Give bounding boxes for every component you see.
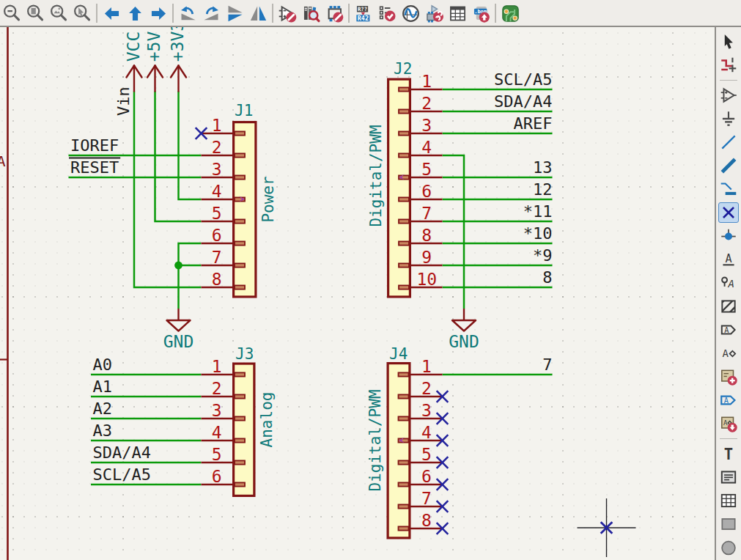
net-label-A3[interactable]: A3 (93, 421, 113, 440)
svg-text:7: 7 (542, 355, 552, 374)
schematic-canvas[interactable]: AVCC+5V+3V3GNDGND12345678J1Power12345678… (0, 26, 716, 560)
browse-symbol-libraries-button[interactable] (301, 3, 321, 23)
rule-area-button[interactable] (718, 296, 739, 317)
net-label-7[interactable]: 7 (542, 355, 552, 374)
add-wire-button[interactable] (718, 132, 739, 152)
hierarchical-label-button[interactable]: A (718, 343, 739, 364)
select-button[interactable] (718, 32, 739, 52)
ground-port[interactable]: GND (449, 309, 479, 351)
net-label-8[interactable]: 8 (542, 268, 552, 287)
circle-button[interactable] (718, 537, 739, 558)
mirror-horizontal-button[interactable] (248, 3, 268, 23)
net-label-A2[interactable]: A2 (93, 399, 113, 418)
annotate-icon: R??R42 (354, 4, 374, 23)
net-label-*10[interactable]: *10 (523, 224, 553, 243)
net-label-IOREF[interactable]: IOREF (70, 136, 119, 155)
wire-to-bus-entry-button[interactable] (718, 179, 739, 199)
net-label-SCL/A5[interactable]: SCL/A5 (93, 465, 151, 484)
net-label-A1[interactable]: A1 (93, 377, 113, 396)
junction-button[interactable] (718, 226, 739, 246)
connector-body[interactable] (234, 122, 256, 297)
open-pcb-editor-button[interactable] (500, 3, 520, 23)
symbol-fields-table-button[interactable] (447, 3, 468, 23)
wire[interactable] (134, 92, 202, 288)
simulator-button[interactable] (400, 3, 421, 23)
add-symbol-button[interactable] (718, 85, 739, 106)
zoom-out-button[interactable] (1, 3, 22, 23)
net-label-AREF[interactable]: AREF (514, 114, 553, 133)
sheet-pin-button[interactable]: A (718, 390, 739, 410)
net-label-RESET[interactable]: RESET (69, 158, 120, 177)
table-button[interactable] (718, 490, 739, 511)
wire[interactable] (179, 243, 202, 309)
annotate-button[interactable]: R??R42 (353, 3, 374, 23)
hierarchical-sheet-button[interactable] (718, 366, 739, 387)
nav-up-button[interactable] (125, 3, 145, 23)
connector-value[interactable]: Analog (258, 392, 276, 448)
add-bus-button[interactable] (718, 155, 739, 176)
nav-back-button[interactable] (101, 3, 122, 23)
connector-J4[interactable]: 12345678J4Digital/PWM (366, 345, 443, 538)
highlight-net-button[interactable] (718, 55, 739, 75)
net-label-button[interactable]: A (718, 249, 739, 270)
rectangle-button[interactable] (718, 514, 739, 534)
wire[interactable] (443, 155, 465, 309)
net-label-SCL/A5[interactable]: SCL/A5 (494, 70, 552, 89)
net-label-12[interactable]: 12 (533, 180, 553, 199)
toolbar-group-separator (272, 4, 273, 23)
pin-tongue (399, 482, 409, 486)
connector-reference[interactable]: J3 (235, 345, 254, 363)
connector-reference[interactable]: J1 (235, 102, 253, 119)
assign-footprints-button[interactable] (424, 3, 444, 23)
net-label-13[interactable]: 13 (533, 158, 553, 177)
nav-forward-button[interactable] (148, 3, 169, 23)
connector-J3[interactable]: 123456J3Analog (202, 345, 276, 496)
no-connect-button[interactable] (718, 202, 739, 223)
net-label-Vin[interactable]: Vin (114, 86, 133, 116)
connector-J2[interactable]: 12345678910J2Digital/PWM (367, 60, 443, 297)
net-label-SDA/A4[interactable]: SDA/A4 (494, 92, 552, 111)
connector-value[interactable]: Digital/PWM (366, 389, 384, 491)
zoom-to-fit-button[interactable] (25, 3, 45, 23)
net-label-*9[interactable]: *9 (533, 246, 553, 265)
text-button[interactable]: T (718, 443, 739, 464)
connector-value[interactable]: Digital/PWM (367, 125, 385, 226)
highlight-net-icon (719, 56, 738, 75)
net-label-*11[interactable]: *11 (523, 202, 553, 221)
generate-bom-button[interactable]: .bom (471, 3, 491, 23)
add-power-button[interactable] (718, 108, 739, 129)
net-label-SDA/A4[interactable]: SDA/A4 (93, 443, 151, 462)
import-sheet-pin-button[interactable]: A (718, 413, 739, 434)
global-label-button[interactable]: A (718, 320, 739, 340)
simulator-icon (401, 4, 421, 23)
edit-symbols-button[interactable] (277, 3, 298, 23)
schematic-sheet[interactable]: AVCC+5V+3V3GNDGND12345678J1Power12345678… (0, 27, 715, 560)
connector-reference[interactable]: J4 (389, 345, 408, 363)
power-port-VCC[interactable]: VCC (124, 32, 143, 92)
toolbar-group-separator (96, 4, 97, 23)
connector-body[interactable] (234, 364, 254, 495)
wire[interactable] (179, 92, 202, 200)
svg-text:SDA/A4: SDA/A4 (494, 92, 552, 111)
undo-button[interactable] (177, 3, 198, 23)
pin-number: 6 (212, 467, 222, 486)
junction-icon (719, 226, 738, 246)
power-port-+5V[interactable]: +5V (144, 32, 163, 92)
redo-button[interactable] (201, 3, 221, 23)
mirror-vertical-button[interactable] (224, 3, 245, 23)
svg-text:A: A (728, 278, 734, 290)
edit-footprints-button[interactable] (324, 3, 344, 23)
text-box-button[interactable] (718, 467, 739, 487)
connector-reference[interactable]: J2 (394, 60, 412, 78)
netclass-directive-button[interactable]: A (718, 273, 739, 293)
connector-value[interactable]: Power (259, 176, 277, 222)
zoom-to-selection-button[interactable] (72, 3, 92, 23)
power-port-+3V3[interactable]: +3V3 (168, 27, 187, 92)
net-label-A0[interactable]: A0 (93, 355, 113, 374)
wire-junction[interactable] (174, 262, 183, 270)
ground-port[interactable]: GND (163, 309, 194, 351)
connector-J1[interactable]: 12345678J1Power (202, 102, 277, 297)
connector-body[interactable] (388, 364, 410, 538)
zoom-to-objects-button[interactable] (48, 3, 69, 23)
erc-button[interactable] (377, 3, 397, 23)
